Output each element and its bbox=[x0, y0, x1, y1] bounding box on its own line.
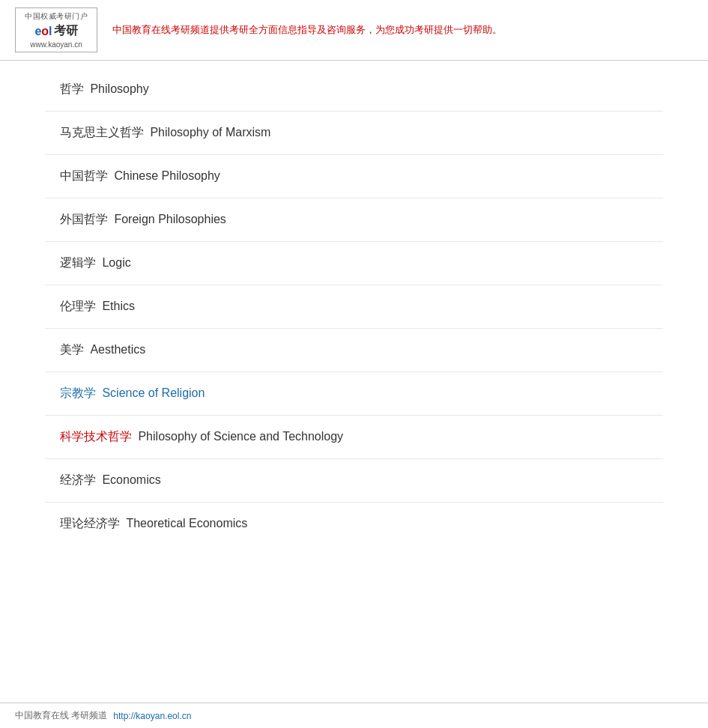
logo-box: 中国权威考研门户 eol 考研 www.kaoyan.cn bbox=[15, 7, 97, 52]
logo-eol: eol bbox=[34, 23, 52, 39]
subject-en: Aesthetics bbox=[87, 343, 145, 356]
subject-en: Chinese Philosophy bbox=[111, 169, 220, 182]
footer: 中国教育在线 考研频道 http://kaoyan.eol.cn bbox=[0, 703, 708, 728]
subject-item[interactable]: 马克思主义哲学 Philosophy of Marxism bbox=[45, 112, 663, 155]
subject-zh: 伦理学 bbox=[60, 300, 96, 312]
logo-kaoyan: 考研 bbox=[54, 23, 78, 39]
subject-en: Philosophy bbox=[87, 82, 149, 95]
subject-en: Theoretical Economics bbox=[123, 517, 247, 530]
subject-item[interactable]: 逻辑学 Logic bbox=[45, 242, 663, 285]
subject-zh: 美学 bbox=[60, 343, 84, 356]
subject-zh: 经济学 bbox=[60, 473, 96, 486]
subject-item[interactable]: 宗教学 Science of Religion bbox=[45, 372, 663, 416]
header-notice: 中国教育在线考研频道提供考研全方面信息指导及咨询服务，为您成功考研提供一切帮助。 bbox=[112, 23, 693, 37]
subject-zh: 中国哲学 bbox=[60, 169, 108, 182]
subject-en: Economics bbox=[99, 473, 161, 486]
subject-item[interactable]: 科学技术哲学 Philosophy of Science and Technol… bbox=[45, 416, 663, 459]
logo-top-text: 中国权威考研门户 bbox=[25, 11, 88, 22]
subject-item[interactable]: 中国哲学 Chinese Philosophy bbox=[45, 155, 663, 198]
subject-list: 哲学 Philosophy马克思主义哲学 Philosophy of Marxi… bbox=[45, 68, 663, 545]
subject-zh: 理论经济学 bbox=[60, 517, 120, 530]
subject-en: Logic bbox=[99, 256, 131, 269]
logo-url: www.kaoyan.cn bbox=[30, 40, 82, 49]
subject-zh: 逻辑学 bbox=[60, 256, 96, 269]
footer-text: 中国教育在线 考研频道 bbox=[15, 709, 107, 722]
subject-en: Philosophy of Marxism bbox=[147, 126, 270, 139]
subject-zh: 宗教学 bbox=[60, 386, 96, 399]
subject-item[interactable]: 理论经济学 Theoretical Economics bbox=[45, 503, 663, 545]
footer-link[interactable]: http://kaoyan.eol.cn bbox=[113, 711, 191, 721]
header: 中国权威考研门户 eol 考研 www.kaoyan.cn 中国教育在线考研频道… bbox=[0, 0, 708, 61]
subject-en: Ethics bbox=[99, 300, 135, 312]
subject-item[interactable]: 美学 Aesthetics bbox=[45, 329, 663, 372]
subject-zh: 科学技术哲学 bbox=[60, 430, 132, 443]
subject-en: Foreign Philosophies bbox=[111, 213, 226, 225]
logo-brand: eol 考研 bbox=[34, 23, 77, 39]
subject-zh: 马克思主义哲学 bbox=[60, 126, 144, 139]
main-content: 哲学 Philosophy马克思主义哲学 Philosophy of Marxi… bbox=[0, 61, 708, 575]
subject-item[interactable]: 哲学 Philosophy bbox=[45, 68, 663, 112]
subject-item[interactable]: 经济学 Economics bbox=[45, 459, 663, 503]
subject-item[interactable]: 外国哲学 Foreign Philosophies bbox=[45, 198, 663, 242]
subject-en: Philosophy of Science and Technology bbox=[135, 430, 343, 443]
subject-en: Science of Religion bbox=[99, 386, 205, 399]
subject-zh: 哲学 bbox=[60, 82, 84, 95]
subject-item[interactable]: 伦理学 Ethics bbox=[45, 285, 663, 329]
subject-zh: 外国哲学 bbox=[60, 213, 108, 225]
